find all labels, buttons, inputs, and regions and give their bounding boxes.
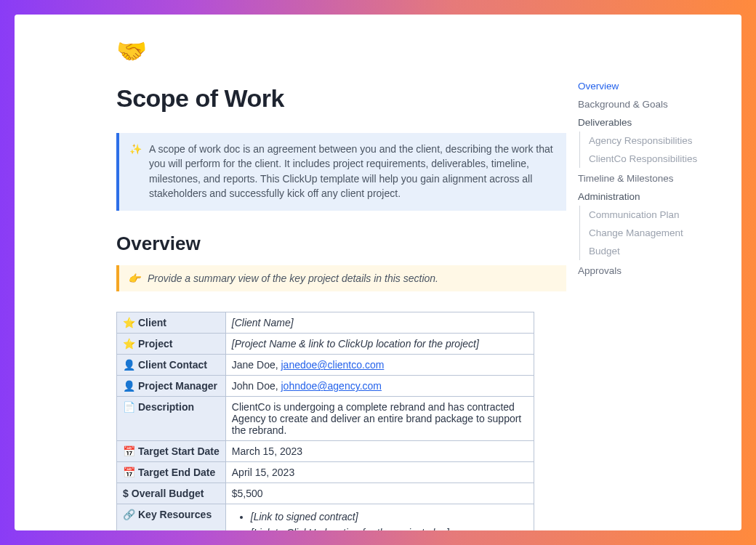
row-icon: 📄 <box>123 401 135 413</box>
toc-subgroup: Communication PlanChange ManagementBudge… <box>579 206 725 260</box>
toc-item[interactable]: Deliverables <box>578 113 725 132</box>
toc-item[interactable]: Timeline & Milestones <box>578 169 725 187</box>
intro-callout-text: A scope of work doc is an agreement betw… <box>149 142 555 201</box>
table-row[interactable]: 📅Target Start DateMarch 15, 2023 <box>117 441 534 462</box>
row-value[interactable]: [Project Name & link to ClickUp location… <box>225 334 534 355</box>
table-row[interactable]: 👤Client ContactJane Doe, janedoe@clientc… <box>117 355 534 376</box>
table-row[interactable]: 👤Project ManagerJohn Doe, johndoe@agency… <box>117 376 534 397</box>
table-row[interactable]: ⭐Client[Client Name] <box>117 312 534 334</box>
row-label: $Overall Budget <box>117 483 226 504</box>
table-row[interactable]: ⭐Project[Project Name & link to ClickUp … <box>117 334 534 355</box>
sparkles-icon: ✨ <box>129 142 142 201</box>
link-icon: 🔗 <box>123 509 135 520</box>
toc-subitem[interactable]: Communication Plan <box>589 206 725 224</box>
row-value[interactable]: John Doe, johndoe@agency.com <box>225 376 534 397</box>
row-icon: 📅 <box>123 467 135 478</box>
row-label: 🔗Key Resources <box>117 504 226 530</box>
intro-callout[interactable]: ✨ A scope of work doc is an agreement be… <box>116 133 566 211</box>
table-of-contents: OverviewBackground & GoalsDeliverablesAg… <box>578 15 741 530</box>
row-label: 👤Client Contact <box>117 355 226 376</box>
email-link[interactable]: janedoe@clientco.com <box>281 359 385 371</box>
toc-subitem[interactable]: Agency Responsibilities <box>589 132 725 150</box>
row-label: ⭐Project <box>117 334 226 355</box>
row-icon: 👤 <box>123 359 135 371</box>
row-label: 📅Target End Date <box>117 462 226 483</box>
toc-item[interactable]: Administration <box>578 187 725 206</box>
table-row[interactable]: 🔗Key Resources[Link to signed contract][… <box>117 504 534 530</box>
toc-item[interactable]: Overview <box>578 77 725 95</box>
row-label: 👤Project Manager <box>117 376 226 397</box>
page-title[interactable]: Scope of Work <box>116 84 566 113</box>
row-label: 📅Target Start Date <box>117 441 226 462</box>
row-icon: 👤 <box>123 380 135 392</box>
email-link[interactable]: johndoe@agency.com <box>281 380 382 392</box>
toc-subitem[interactable]: Budget <box>589 242 725 260</box>
row-icon: ⭐ <box>123 338 135 350</box>
row-icon: $ <box>123 488 129 499</box>
row-icon: 📅 <box>123 445 135 457</box>
row-value[interactable]: [Link to signed contract][Link to ClickU… <box>225 504 534 530</box>
toc-subitem[interactable]: Change Management <box>589 224 725 242</box>
row-label: ⭐Client <box>117 312 226 334</box>
toc-subgroup: Agency ResponsibilitiesClientCo Responsi… <box>579 132 725 168</box>
row-value[interactable]: March 15, 2023 <box>225 441 534 462</box>
list-item[interactable]: [Link to signed contract] <box>251 509 528 525</box>
row-icon: ⭐ <box>123 317 135 328</box>
project-details-table[interactable]: ⭐Client[Client Name]⭐Project[Project Nam… <box>116 312 534 530</box>
toc-item[interactable]: Approvals <box>578 262 725 280</box>
row-value[interactable]: April 15, 2023 <box>225 462 534 483</box>
row-value[interactable]: ClientCo is undergoing a complete rebran… <box>225 397 534 441</box>
pointing-hand-icon: 👉 <box>128 272 140 284</box>
toc-item[interactable]: Background & Goals <box>578 95 725 113</box>
overview-hint[interactable]: 👉 Provide a summary view of the key proj… <box>116 265 566 291</box>
row-value[interactable]: $5,500 <box>225 483 534 504</box>
row-label: 📄Description <box>117 397 226 441</box>
row-value[interactable]: [Client Name] <box>225 312 534 334</box>
toc-subitem[interactable]: ClientCo Responsibilities <box>589 150 725 168</box>
page-emoji[interactable]: 🤝 <box>116 36 566 65</box>
overview-heading[interactable]: Overview <box>116 233 566 255</box>
resources-list: [Link to signed contract][Link to ClickU… <box>232 509 528 530</box>
document-window: 🤝 Scope of Work ✨ A scope of work doc is… <box>15 15 741 530</box>
document-body: 🤝 Scope of Work ✨ A scope of work doc is… <box>15 15 578 530</box>
table-row[interactable]: $Overall Budget$5,500 <box>117 483 534 504</box>
overview-hint-text: Provide a summary view of the key projec… <box>148 272 438 284</box>
list-item[interactable]: [Link to ClickUp location for the projec… <box>251 525 528 530</box>
table-row[interactable]: 📅Target End DateApril 15, 2023 <box>117 462 534 483</box>
table-row[interactable]: 📄DescriptionClientCo is undergoing a com… <box>117 397 534 441</box>
row-value[interactable]: Jane Doe, janedoe@clientco.com <box>225 355 534 376</box>
